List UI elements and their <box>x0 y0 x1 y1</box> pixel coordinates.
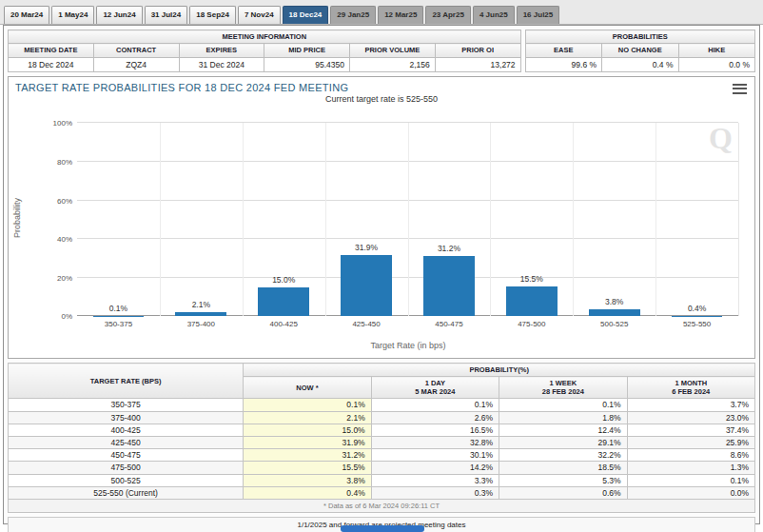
1week-cell: 1.8% <box>499 411 627 424</box>
bar-slot: 15.0%400-425 <box>243 123 325 316</box>
bar-425-450[interactable] <box>341 255 392 317</box>
1week-cell: 5.3% <box>499 474 627 486</box>
col-header-probability-group: PROBABILITY(%) <box>244 364 755 377</box>
1month-cell: 25.9% <box>627 436 754 448</box>
tab-1-may24[interactable]: 1 May24 <box>51 6 94 24</box>
1month-cell: 0.1% <box>627 474 754 486</box>
tab-18-dec24[interactable]: 18 Dec24 <box>283 6 329 24</box>
bar-slot: 0.1%350-375 <box>77 123 160 316</box>
bar-500-525[interactable] <box>589 309 640 317</box>
tab-20-mar24[interactable]: 20 Mar24 <box>4 6 49 24</box>
bar-475-500[interactable] <box>506 286 558 316</box>
group-header: MEETING INFORMATION <box>9 30 521 44</box>
chart-panel: TARGET RATE PROBABILITIES FOR 18 DEC 202… <box>8 76 755 359</box>
y-tick-label: 60% <box>57 196 72 205</box>
now-cell: 0.4% <box>244 486 371 499</box>
bar-value-label: 0.4% <box>655 304 738 313</box>
table-row: 425-45031.9%32.8%29.1%25.9% <box>9 436 755 448</box>
tab-18-sep24[interactable]: 18 Sep24 <box>189 6 236 24</box>
data-as-of-footnote: * Data as of 6 Mar 2024 09:26:11 CT <box>9 499 755 512</box>
col-header-1week-label: 1 WEEK <box>503 379 622 387</box>
bar-slot: 3.8%500-525 <box>573 123 655 316</box>
bar-525-550[interactable] <box>672 316 723 317</box>
plot-area: Q 0%20%40%60%80%100%0.1%350-3752.1%375-4… <box>77 123 739 316</box>
column-header: PRIOR OI <box>435 44 520 57</box>
table-row: 350-3750.1%0.1%0.1%3.7% <box>9 399 755 411</box>
table-row: 525-550 (Current)0.4%0.3%0.6%0.0% <box>9 486 755 499</box>
bar-400-425[interactable] <box>258 287 309 316</box>
x-tick-label: 500-525 <box>573 320 655 328</box>
now-cell: 3.8% <box>244 474 371 486</box>
tab-12-mar25[interactable]: 12 Mar25 <box>378 6 423 24</box>
chart-title: TARGET RATE PROBABILITIES FOR 18 DEC 202… <box>15 82 348 93</box>
probabilities-summary-table: PROBABILITIESEASENO CHANGEHIKE99.6 %0.4 … <box>525 30 755 72</box>
now-cell: 15.5% <box>244 462 371 474</box>
table-row: 450-47531.2%30.1%32.2%8.6% <box>9 449 755 462</box>
probability-table-body: 350-3750.1%0.1%0.1%3.7%375-4002.1%2.6%1.… <box>9 399 755 500</box>
column-header: EASE <box>525 44 601 57</box>
tab-29-jan25[interactable]: 29 Jan25 <box>330 6 376 24</box>
tab-12-jun24[interactable]: 12 Jun24 <box>96 6 142 24</box>
value-cell: 0.0 % <box>678 57 754 72</box>
col-header-now: NOW * <box>244 377 371 399</box>
table-row: 500-5253.8%3.3%5.3%0.1% <box>9 474 755 486</box>
1day-cell: 0.1% <box>371 399 499 411</box>
col-header-1month-date: 6 FEB 2024 <box>632 387 751 396</box>
rate-cell: 375-400 <box>9 411 244 424</box>
tab-23-apr25[interactable]: 23 Apr25 <box>425 6 471 24</box>
1month-cell: 8.6% <box>627 449 754 462</box>
horizontal-scrollbar-thumb[interactable] <box>341 525 424 532</box>
col-header-1week-date: 28 FEB 2024 <box>503 387 622 396</box>
hamburger-menu-icon[interactable] <box>733 84 747 94</box>
now-cell: 0.1% <box>244 399 371 411</box>
tab-16-jul25[interactable]: 16 Jul25 <box>517 6 560 24</box>
1day-cell: 3.3% <box>371 474 499 486</box>
y-tick-label: 0% <box>61 312 72 321</box>
value-cell: 31 Dec 2024 <box>179 57 264 72</box>
bar-value-label: 31.2% <box>408 244 491 253</box>
1month-cell: 23.0% <box>627 411 754 424</box>
y-tick-label: 80% <box>57 157 72 166</box>
column-header: EXPIRES <box>179 44 264 57</box>
1month-cell: 3.7% <box>627 399 754 411</box>
1week-cell: 12.4% <box>499 424 627 436</box>
bar-slot: 0.4%525-550 <box>655 123 738 316</box>
x-axis-title: Target Rate (in bps) <box>77 341 739 350</box>
col-header-1month: 1 MONTH 6 FEB 2024 <box>627 377 754 399</box>
table-row: 475-50015.5%14.2%18.5%1.3% <box>9 462 755 474</box>
bar-slot: 15.5%475-500 <box>490 123 573 316</box>
rate-cell: 400-425 <box>9 424 244 436</box>
1month-cell: 0.0% <box>627 486 754 499</box>
col-header-1month-label: 1 MONTH <box>632 379 751 387</box>
column-header: HIKE <box>678 44 754 57</box>
1week-cell: 32.2% <box>499 449 627 462</box>
tab-4-jun25[interactable]: 4 Jun25 <box>473 6 515 24</box>
col-header-1day-label: 1 DAY <box>376 379 495 387</box>
column-header: CONTRACT <box>93 44 179 57</box>
bar-value-label: 0.1% <box>77 304 160 313</box>
bar-375-400[interactable] <box>175 312 226 316</box>
y-axis-title: Probability <box>12 198 22 238</box>
col-header-1day-date: 5 MAR 2024 <box>376 387 495 396</box>
bar-450-475[interactable] <box>423 256 475 316</box>
1week-cell: 18.5% <box>499 462 627 474</box>
value-cell: 2,156 <box>350 57 436 72</box>
column-header: MID PRICE <box>264 44 350 57</box>
tab-7-nov24[interactable]: 7 Nov24 <box>238 6 281 24</box>
bar-slot: 31.9%425-450 <box>325 123 408 316</box>
table-row: 400-42515.0%16.5%12.4%37.4% <box>9 424 755 436</box>
bar-value-label: 2.1% <box>160 300 243 309</box>
value-cell: 99.6 % <box>525 57 601 72</box>
1day-cell: 16.5% <box>371 424 499 436</box>
rate-cell: 350-375 <box>9 399 244 411</box>
tab-31-jul24[interactable]: 31 Jul24 <box>145 6 188 24</box>
value-cell: ZQZ4 <box>93 57 179 72</box>
x-tick-label: 450-475 <box>408 320 491 328</box>
bar-slot: 31.2%450-475 <box>408 123 491 316</box>
chart-header: TARGET RATE PROBABILITIES FOR 18 DEC 202… <box>9 77 754 94</box>
meeting-tabs: 20 Mar241 May2412 Jun2431 Jul2418 Sep247… <box>0 0 763 25</box>
now-cell: 2.1% <box>244 411 371 424</box>
1day-cell: 14.2% <box>371 462 499 474</box>
x-tick-label: 350-375 <box>77 320 160 328</box>
1month-cell: 37.4% <box>627 424 754 436</box>
